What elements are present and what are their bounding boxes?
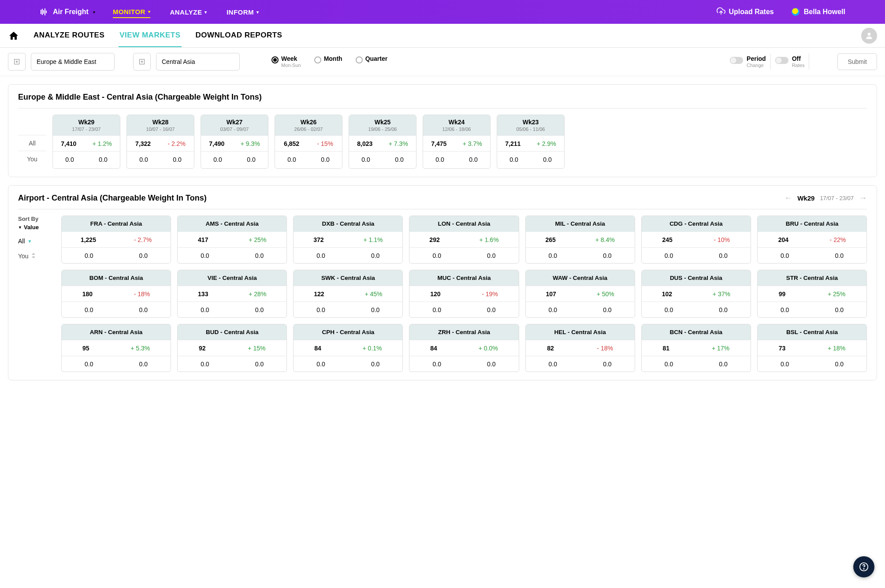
toggle-label: Off	[792, 56, 805, 62]
svg-marker-13	[32, 257, 35, 258]
airport-tile[interactable]: BSL - Central Asia73+ 18%0.00.0	[757, 324, 867, 372]
airport-tile[interactable]: SWK - Central Asia122+ 45%0.00.0	[293, 270, 403, 318]
user-name: Bella Howell	[804, 8, 845, 16]
week-tile[interactable]: Wk2626/06 - 02/076,852- 15%0.00.0	[275, 115, 342, 169]
you-value: 0.0	[361, 156, 370, 163]
you-pct: 0.0	[247, 156, 255, 163]
prev-week-button[interactable]: ←	[784, 194, 792, 203]
airport-name: HEL - Central Asia	[526, 324, 635, 340]
airport-tile[interactable]: MUC - Central Asia120- 19%0.00.0	[409, 270, 519, 318]
subnav-tab-view-markets[interactable]: VIEW MARKETS	[119, 24, 181, 47]
airport-name: BOM - Central Asia	[62, 270, 171, 286]
user-menu[interactable]: Bella Howell	[792, 8, 845, 16]
airport-pct: + 8.4%	[595, 236, 615, 243]
week-dates: 12/06 - 18/06	[426, 127, 487, 132]
airport-tile[interactable]: LON - Central Asia292+ 1.6%0.00.0	[409, 216, 519, 264]
you-value: 0.0	[201, 306, 209, 313]
airport-tile[interactable]: DXB - Central Asia372+ 1.1%0.00.0	[293, 216, 403, 264]
airport-tile[interactable]: CPH - Central Asia84+ 0.1%0.00.0	[293, 324, 403, 372]
airport-pct: + 17%	[712, 345, 729, 352]
home-button[interactable]	[8, 30, 19, 41]
week-dates: 05/06 - 11/06	[500, 127, 561, 132]
week-tile[interactable]: Wk2519/06 - 25/068,023+ 7.3%0.00.0	[349, 115, 416, 169]
timeframe-radio-quarter[interactable]: Quarter	[356, 56, 388, 67]
airport-value: 84	[430, 345, 437, 352]
week-dates: 26/06 - 02/07	[278, 127, 339, 132]
you-pct: 0.0	[603, 306, 611, 313]
airport-tile[interactable]: AMS - Central Asia417+ 25%0.00.0	[177, 216, 287, 264]
svg-rect-4	[46, 11, 47, 13]
brand-dropdown[interactable]: Air Freight ▾	[40, 7, 95, 16]
week-tile[interactable]: Wk2810/07 - 16/077,322- 2.2%0.00.0	[126, 115, 194, 169]
airport-tile[interactable]: DUS - Central Asia102+ 37%0.00.0	[641, 270, 751, 318]
airport-tile[interactable]: BCN - Central Asia81+ 17%0.00.0	[641, 324, 751, 372]
toggle-off[interactable]: OffRates	[775, 56, 805, 67]
airport-value: 95	[82, 345, 89, 352]
airport-pct: - 10%	[714, 236, 730, 243]
you-value: 0.0	[85, 252, 93, 259]
airport-tile[interactable]: ZRH - Central Asia84+ 0.0%0.00.0	[409, 324, 519, 372]
airport-tile[interactable]: CDG - Central Asia245- 10%0.00.0	[641, 216, 751, 264]
all-value: 7,322	[135, 140, 151, 147]
you-pct: 0.0	[543, 156, 551, 163]
week-tile[interactable]: Wk2917/07 - 23/077,410+ 1.2%0.00.0	[52, 115, 120, 169]
week-tile[interactable]: Wk2412/06 - 18/067,475+ 3.7%0.00.0	[423, 115, 491, 169]
sort-by-select[interactable]: ▼ Value	[18, 224, 56, 231]
destination-select[interactable]: Central Asia	[156, 53, 240, 71]
airport-tile[interactable]: MIL - Central Asia265+ 8.4%0.00.0	[525, 216, 635, 264]
timeframe-radio-month[interactable]: Month	[314, 56, 342, 67]
week-tile[interactable]: Wk2703/07 - 09/077,490+ 9.3%0.00.0	[201, 115, 268, 169]
airport-value: 180	[82, 290, 93, 298]
airport-tile[interactable]: FRA - Central Asia1,225- 2.7%0.00.0	[61, 216, 171, 264]
week-name: Wk28	[130, 119, 191, 126]
all-pct: - 2.2%	[167, 140, 185, 147]
you-value: 0.0	[665, 252, 673, 259]
airport-pct: - 19%	[482, 290, 498, 298]
airport-name: CDG - Central Asia	[642, 216, 751, 231]
upload-rates-button[interactable]: Upload Rates	[717, 7, 774, 17]
airport-tile[interactable]: BUD - Central Asia92+ 15%0.00.0	[177, 324, 287, 372]
top-navbar: Air Freight ▾ MONITOR▾ANALYZE▾INFORM▾ Up…	[0, 0, 885, 24]
you-sort-row[interactable]: You	[18, 253, 56, 260]
all-value: 7,475	[431, 140, 446, 147]
toggle-period[interactable]: PeriodChange	[730, 56, 766, 67]
add-destination-button[interactable]	[133, 53, 151, 71]
airport-tile[interactable]: BRU - Central Asia204- 22%0.00.0	[757, 216, 867, 264]
you-pct: 0.0	[835, 306, 843, 313]
airport-value: 292	[429, 236, 439, 243]
all-value: 7,211	[505, 140, 521, 147]
topnav-item-inform[interactable]: INFORM▾	[227, 6, 259, 18]
airport-tile[interactable]: BOM - Central Asia180- 18%0.00.0	[61, 270, 171, 318]
airport-tile[interactable]: ARN - Central Asia95+ 5.3%0.00.0	[61, 324, 171, 372]
all-filter-select[interactable]: All ▼	[18, 238, 56, 245]
airport-name: MIL - Central Asia	[526, 216, 635, 231]
you-pct: 0.0	[371, 361, 379, 368]
you-pct: 0.0	[835, 361, 843, 368]
nav-label: MONITOR	[113, 8, 145, 15]
you-value: 0.0	[287, 156, 296, 163]
subnav-tab-download-reports[interactable]: DOWNLOAD REPORTS	[195, 24, 283, 47]
topnav-item-monitor[interactable]: MONITOR▾	[113, 6, 151, 18]
week-tile[interactable]: Wk2305/06 - 11/067,211+ 2.9%0.00.0	[497, 115, 565, 169]
airport-name: AMS - Central Asia	[178, 216, 286, 231]
all-pct: + 2.9%	[537, 140, 556, 147]
weekly-panel-title: Europe & Middle East - Central Asia (Cha…	[18, 93, 867, 102]
airport-tile[interactable]: HEL - Central Asia82- 18%0.00.0	[525, 324, 635, 372]
origin-select[interactable]: Europe & Middle East	[31, 53, 115, 71]
subnav-tab-analyze-routes[interactable]: ANALYZE ROUTES	[33, 24, 105, 47]
radio-icon	[356, 56, 363, 63]
triangle-down-icon: ▼	[18, 225, 22, 230]
submit-button[interactable]: Submit	[837, 53, 877, 70]
topnav-item-analyze[interactable]: ANALYZE▾	[170, 6, 207, 18]
week-dates: 10/07 - 16/07	[130, 127, 191, 132]
profile-button[interactable]	[861, 28, 877, 44]
add-origin-button[interactable]	[8, 53, 26, 71]
timeframe-radio-week[interactable]: WeekMon-Sun	[271, 56, 301, 67]
you-value: 0.0	[316, 361, 325, 368]
next-week-button[interactable]: →	[859, 194, 867, 203]
airport-tile[interactable]: STR - Central Asia99+ 25%0.00.0	[757, 270, 867, 318]
airport-value: 84	[314, 345, 321, 352]
airport-tile[interactable]: WAW - Central Asia107+ 50%0.00.0	[525, 270, 635, 318]
airport-value: 1,225	[81, 236, 96, 243]
airport-tile[interactable]: VIE - Central Asia133+ 28%0.00.0	[177, 270, 287, 318]
